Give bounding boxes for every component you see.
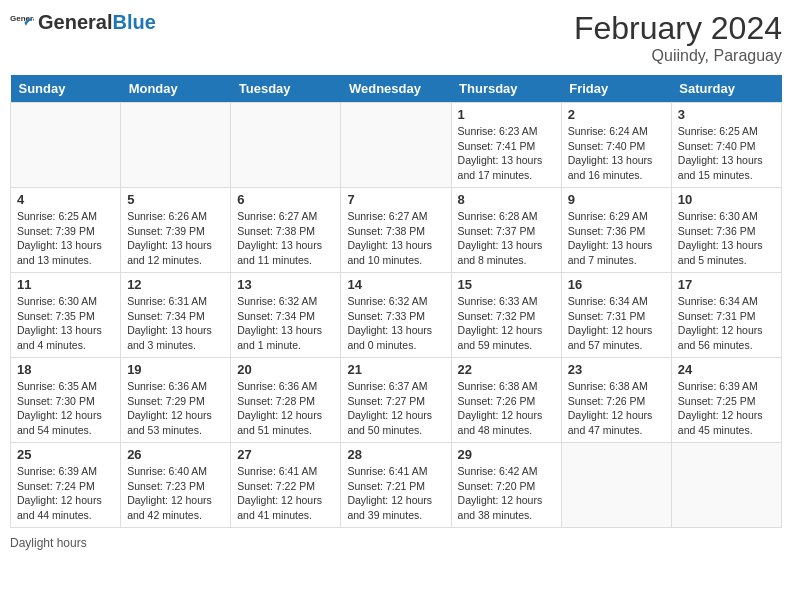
calendar-cell: 17Sunrise: 6:34 AM Sunset: 7:31 PM Dayli…: [671, 273, 781, 358]
location-title: Quiindy, Paraguay: [574, 47, 782, 65]
day-number: 8: [458, 192, 555, 207]
day-number: 21: [347, 362, 444, 377]
calendar-week-0: 1Sunrise: 6:23 AM Sunset: 7:41 PM Daylig…: [11, 103, 782, 188]
weekday-header-row: SundayMondayTuesdayWednesdayThursdayFrid…: [11, 75, 782, 103]
day-number: 23: [568, 362, 665, 377]
logo-blue: Blue: [112, 11, 155, 33]
day-info: Sunrise: 6:31 AM Sunset: 7:34 PM Dayligh…: [127, 294, 224, 353]
calendar-cell: [671, 443, 781, 528]
day-info: Sunrise: 6:42 AM Sunset: 7:20 PM Dayligh…: [458, 464, 555, 523]
day-number: 19: [127, 362, 224, 377]
calendar-table: SundayMondayTuesdayWednesdayThursdayFrid…: [10, 75, 782, 528]
calendar-cell: 9Sunrise: 6:29 AM Sunset: 7:36 PM Daylig…: [561, 188, 671, 273]
day-number: 15: [458, 277, 555, 292]
calendar-cell: 27Sunrise: 6:41 AM Sunset: 7:22 PM Dayli…: [231, 443, 341, 528]
day-number: 10: [678, 192, 775, 207]
calendar-cell: 25Sunrise: 6:39 AM Sunset: 7:24 PM Dayli…: [11, 443, 121, 528]
daylight-label: Daylight hours: [10, 536, 87, 550]
calendar-week-1: 4Sunrise: 6:25 AM Sunset: 7:39 PM Daylig…: [11, 188, 782, 273]
day-info: Sunrise: 6:25 AM Sunset: 7:39 PM Dayligh…: [17, 209, 114, 268]
calendar-cell: 5Sunrise: 6:26 AM Sunset: 7:39 PM Daylig…: [121, 188, 231, 273]
day-info: Sunrise: 6:25 AM Sunset: 7:40 PM Dayligh…: [678, 124, 775, 183]
calendar-cell: 6Sunrise: 6:27 AM Sunset: 7:38 PM Daylig…: [231, 188, 341, 273]
page-header: General GeneralBlue February 2024 Quiind…: [10, 10, 782, 65]
calendar-cell: 19Sunrise: 6:36 AM Sunset: 7:29 PM Dayli…: [121, 358, 231, 443]
day-number: 26: [127, 447, 224, 462]
day-info: Sunrise: 6:26 AM Sunset: 7:39 PM Dayligh…: [127, 209, 224, 268]
calendar-cell: 12Sunrise: 6:31 AM Sunset: 7:34 PM Dayli…: [121, 273, 231, 358]
day-info: Sunrise: 6:39 AM Sunset: 7:25 PM Dayligh…: [678, 379, 775, 438]
day-number: 29: [458, 447, 555, 462]
day-number: 16: [568, 277, 665, 292]
day-number: 2: [568, 107, 665, 122]
day-number: 17: [678, 277, 775, 292]
calendar-cell: 1Sunrise: 6:23 AM Sunset: 7:41 PM Daylig…: [451, 103, 561, 188]
calendar-cell: [231, 103, 341, 188]
calendar-cell: 8Sunrise: 6:28 AM Sunset: 7:37 PM Daylig…: [451, 188, 561, 273]
calendar-cell: 28Sunrise: 6:41 AM Sunset: 7:21 PM Dayli…: [341, 443, 451, 528]
day-info: Sunrise: 6:30 AM Sunset: 7:36 PM Dayligh…: [678, 209, 775, 268]
day-info: Sunrise: 6:23 AM Sunset: 7:41 PM Dayligh…: [458, 124, 555, 183]
calendar-cell: 29Sunrise: 6:42 AM Sunset: 7:20 PM Dayli…: [451, 443, 561, 528]
day-number: 3: [678, 107, 775, 122]
day-info: Sunrise: 6:28 AM Sunset: 7:37 PM Dayligh…: [458, 209, 555, 268]
calendar-cell: 15Sunrise: 6:33 AM Sunset: 7:32 PM Dayli…: [451, 273, 561, 358]
weekday-header-saturday: Saturday: [671, 75, 781, 103]
logo-general: General: [38, 11, 112, 33]
day-info: Sunrise: 6:36 AM Sunset: 7:29 PM Dayligh…: [127, 379, 224, 438]
day-number: 24: [678, 362, 775, 377]
day-info: Sunrise: 6:27 AM Sunset: 7:38 PM Dayligh…: [237, 209, 334, 268]
day-info: Sunrise: 6:40 AM Sunset: 7:23 PM Dayligh…: [127, 464, 224, 523]
day-info: Sunrise: 6:30 AM Sunset: 7:35 PM Dayligh…: [17, 294, 114, 353]
day-info: Sunrise: 6:27 AM Sunset: 7:38 PM Dayligh…: [347, 209, 444, 268]
calendar-cell: 11Sunrise: 6:30 AM Sunset: 7:35 PM Dayli…: [11, 273, 121, 358]
calendar-week-3: 18Sunrise: 6:35 AM Sunset: 7:30 PM Dayli…: [11, 358, 782, 443]
day-number: 25: [17, 447, 114, 462]
weekday-header-thursday: Thursday: [451, 75, 561, 103]
calendar-cell: [561, 443, 671, 528]
calendar-cell: 4Sunrise: 6:25 AM Sunset: 7:39 PM Daylig…: [11, 188, 121, 273]
day-info: Sunrise: 6:32 AM Sunset: 7:33 PM Dayligh…: [347, 294, 444, 353]
calendar-cell: 23Sunrise: 6:38 AM Sunset: 7:26 PM Dayli…: [561, 358, 671, 443]
day-number: 9: [568, 192, 665, 207]
day-number: 28: [347, 447, 444, 462]
calendar-cell: 26Sunrise: 6:40 AM Sunset: 7:23 PM Dayli…: [121, 443, 231, 528]
day-number: 5: [127, 192, 224, 207]
calendar-cell: [341, 103, 451, 188]
day-number: 7: [347, 192, 444, 207]
day-info: Sunrise: 6:24 AM Sunset: 7:40 PM Dayligh…: [568, 124, 665, 183]
day-info: Sunrise: 6:33 AM Sunset: 7:32 PM Dayligh…: [458, 294, 555, 353]
day-info: Sunrise: 6:38 AM Sunset: 7:26 PM Dayligh…: [568, 379, 665, 438]
calendar-cell: 22Sunrise: 6:38 AM Sunset: 7:26 PM Dayli…: [451, 358, 561, 443]
day-info: Sunrise: 6:36 AM Sunset: 7:28 PM Dayligh…: [237, 379, 334, 438]
calendar-cell: 18Sunrise: 6:35 AM Sunset: 7:30 PM Dayli…: [11, 358, 121, 443]
logo: General GeneralBlue: [10, 10, 156, 34]
calendar-cell: 21Sunrise: 6:37 AM Sunset: 7:27 PM Dayli…: [341, 358, 451, 443]
weekday-header-wednesday: Wednesday: [341, 75, 451, 103]
calendar-cell: 14Sunrise: 6:32 AM Sunset: 7:33 PM Dayli…: [341, 273, 451, 358]
calendar-week-4: 25Sunrise: 6:39 AM Sunset: 7:24 PM Dayli…: [11, 443, 782, 528]
day-number: 13: [237, 277, 334, 292]
calendar-cell: 7Sunrise: 6:27 AM Sunset: 7:38 PM Daylig…: [341, 188, 451, 273]
logo-icon: General: [10, 10, 34, 34]
day-number: 18: [17, 362, 114, 377]
day-number: 20: [237, 362, 334, 377]
weekday-header-tuesday: Tuesday: [231, 75, 341, 103]
day-number: 27: [237, 447, 334, 462]
day-number: 22: [458, 362, 555, 377]
calendar-cell: [11, 103, 121, 188]
calendar-week-2: 11Sunrise: 6:30 AM Sunset: 7:35 PM Dayli…: [11, 273, 782, 358]
weekday-header-sunday: Sunday: [11, 75, 121, 103]
day-info: Sunrise: 6:32 AM Sunset: 7:34 PM Dayligh…: [237, 294, 334, 353]
day-info: Sunrise: 6:41 AM Sunset: 7:21 PM Dayligh…: [347, 464, 444, 523]
day-info: Sunrise: 6:38 AM Sunset: 7:26 PM Dayligh…: [458, 379, 555, 438]
weekday-header-friday: Friday: [561, 75, 671, 103]
month-title: February 2024: [574, 10, 782, 47]
calendar-cell: 3Sunrise: 6:25 AM Sunset: 7:40 PM Daylig…: [671, 103, 781, 188]
day-number: 14: [347, 277, 444, 292]
day-number: 1: [458, 107, 555, 122]
calendar-cell: 20Sunrise: 6:36 AM Sunset: 7:28 PM Dayli…: [231, 358, 341, 443]
footer: Daylight hours: [10, 536, 782, 550]
day-info: Sunrise: 6:41 AM Sunset: 7:22 PM Dayligh…: [237, 464, 334, 523]
day-info: Sunrise: 6:34 AM Sunset: 7:31 PM Dayligh…: [568, 294, 665, 353]
